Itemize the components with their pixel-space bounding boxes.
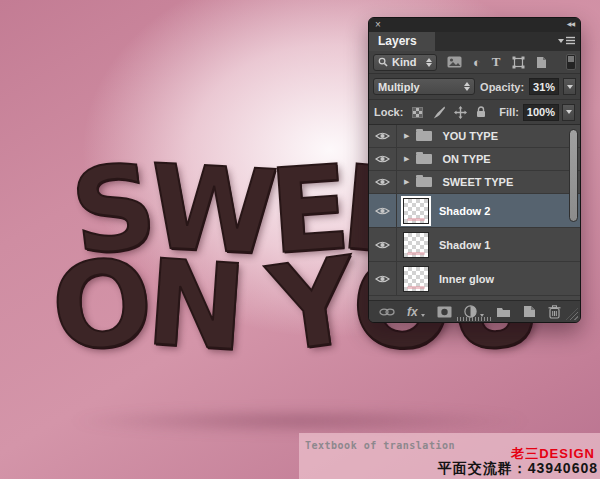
lock-options-row: Lock: Fill: 100%: [369, 100, 580, 125]
headline-letter: O: [47, 242, 152, 368]
fill-label: Fill:: [499, 106, 519, 118]
visibility-eye-icon[interactable]: [369, 125, 397, 147]
panel-drag-dots[interactable]: [457, 317, 493, 321]
layer-thumbnail[interactable]: [403, 266, 429, 292]
lock-all-padlock-icon[interactable]: [476, 106, 486, 118]
new-layer-icon[interactable]: [523, 305, 536, 318]
disclosure-triangle-icon[interactable]: ▶: [404, 155, 409, 163]
layer-name: Shadow 1: [439, 239, 490, 251]
scrollbar-thumb[interactable]: [569, 129, 578, 222]
layer-name: YOU TYPE: [442, 130, 498, 142]
layers-panel: × ◀◀ Layers Kind ◐ T: [368, 17, 581, 323]
photoshop-workspace: SWEET ON YOU Textbook of translation 老三D…: [0, 0, 600, 479]
disclosure-triangle-icon[interactable]: ▶: [404, 132, 409, 140]
layer-row-sweet-type[interactable]: ▶SWEET TYPE: [369, 171, 580, 194]
fx-caret-icon: [421, 314, 425, 317]
layer-row-on-type[interactable]: ▶ON TYPE: [369, 148, 580, 171]
headline-letter: Y: [263, 241, 359, 369]
visibility-eye-icon[interactable]: [369, 262, 397, 295]
fx-text: fx: [407, 305, 418, 319]
credits-band: Textbook of translation 老三DESIGN 平面交流群：4…: [299, 433, 600, 479]
layer-thumbnail[interactable]: [403, 198, 429, 224]
panel-resize-grip[interactable]: [566, 308, 578, 320]
layer-row-inner-glow[interactable]: Inner glow: [369, 262, 580, 296]
panel-tab-row: Layers: [369, 32, 580, 51]
opacity-label: Opacity:: [480, 81, 524, 93]
visibility-eye-icon[interactable]: [369, 228, 397, 261]
adjustment-layer-filter-icon[interactable]: ◐: [473, 56, 481, 69]
updown-arrows-icon: [426, 58, 432, 67]
panel-titlebar[interactable]: × ◀◀: [369, 18, 580, 32]
lock-position-move-icon[interactable]: [454, 106, 467, 119]
panel-menu-icon[interactable]: [558, 36, 575, 46]
layer-row-shadow-1[interactable]: Shadow 1: [369, 228, 580, 262]
filter-kind-label: Kind: [392, 56, 416, 68]
panel-bottom-toolbar: fx: [369, 300, 580, 322]
translation-note: Textbook of translation: [305, 440, 455, 451]
fill-group: Fill: 100%: [499, 104, 575, 121]
group-folder-icon: [416, 154, 432, 164]
pixel-layer-filter-icon[interactable]: [447, 56, 462, 68]
add-layer-mask-icon[interactable]: [437, 306, 452, 318]
layer-thumbnail[interactable]: [403, 232, 429, 258]
blend-options-row: Multiply Opacity: 31%: [369, 74, 580, 100]
qq-group-line: 平面交流群：43940608: [438, 460, 598, 478]
close-icon[interactable]: ×: [375, 18, 381, 31]
group-folder-icon: [416, 131, 432, 141]
group-folder-icon: [416, 177, 432, 187]
blend-mode-value: Multiply: [378, 81, 420, 93]
visibility-eye-icon[interactable]: [369, 194, 397, 227]
layer-name: ON TYPE: [442, 153, 490, 165]
type-layer-filter-icon[interactable]: T: [492, 54, 501, 70]
layer-name: Shadow 2: [439, 205, 490, 217]
lock-label: Lock:: [374, 106, 403, 118]
updown-arrows-icon: [464, 82, 470, 91]
disclosure-triangle-icon[interactable]: ▶: [404, 178, 409, 186]
layer-name: Inner glow: [439, 273, 494, 285]
smart-object-filter-icon[interactable]: [536, 56, 547, 69]
layer-styles-fx-icon[interactable]: fx: [407, 305, 418, 319]
opacity-dropdown-button[interactable]: [563, 78, 576, 95]
filter-type-icons: ◐ T: [447, 54, 547, 70]
layer-name: SWEET TYPE: [442, 176, 513, 188]
fill-dropdown-button[interactable]: [562, 104, 575, 121]
collapse-panel-icon[interactable]: ◀◀: [567, 18, 574, 31]
layer-row-you-type[interactable]: ▶YOU TYPE: [369, 125, 580, 148]
delete-layer-trash-icon[interactable]: [548, 305, 561, 319]
visibility-eye-icon[interactable]: [369, 148, 397, 170]
filter-toggle-switch[interactable]: [566, 54, 576, 70]
fill-value-field[interactable]: 100%: [523, 104, 559, 121]
filter-kind-dropdown[interactable]: Kind: [373, 54, 437, 71]
visibility-eye-icon[interactable]: [369, 171, 397, 193]
link-layers-icon[interactable]: [379, 308, 395, 316]
shape-layer-filter-icon[interactable]: [512, 56, 525, 69]
search-icon: [378, 57, 388, 67]
lock-transparency-icon[interactable]: [412, 107, 423, 118]
tab-layers[interactable]: Layers: [369, 32, 435, 51]
lock-paint-brush-icon[interactable]: [432, 106, 445, 119]
layer-row-shadow-2[interactable]: Shadow 2: [369, 194, 580, 228]
headline-letter: N: [143, 243, 245, 367]
layer-filter-row: Kind ◐ T: [369, 51, 580, 74]
new-group-icon[interactable]: [496, 306, 511, 318]
layer-list: ▶YOU TYPE▶ON TYPE▶SWEET TYPEShadow 2Shad…: [369, 125, 580, 300]
blend-mode-dropdown[interactable]: Multiply: [373, 78, 475, 95]
opacity-value-field[interactable]: 31%: [529, 78, 559, 95]
